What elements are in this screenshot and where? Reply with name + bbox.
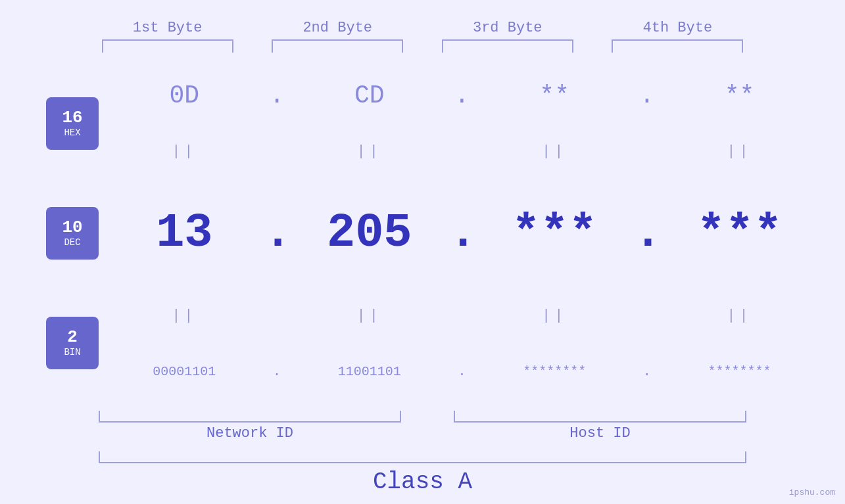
hex-b1-val: 0D (170, 81, 200, 110)
hex-dot3: . (634, 81, 660, 110)
bracket-byte1 (102, 39, 233, 53)
ip-section: 0D . CD . ** . ** (112, 56, 812, 411)
dec-badge-label: DEC (64, 237, 80, 248)
dec-b1: 13 (118, 206, 250, 260)
dec-dot1: . (264, 206, 290, 260)
bottom-section: Network ID Host ID Class A (0, 411, 845, 501)
bracket-byte4 (612, 39, 743, 53)
bin-b4: ******** (674, 364, 806, 379)
hex-b4: ** (674, 81, 806, 110)
network-id-label: Network ID (99, 425, 401, 442)
bracket-byte2 (272, 39, 403, 53)
hex-b2: CD (304, 81, 435, 110)
sep-row-2: || || || || (112, 299, 812, 332)
bin-badge-num: 2 (67, 329, 78, 346)
class-label: Class A (373, 469, 472, 495)
top-brackets (0, 39, 845, 53)
hex-badge: 16 HEX (46, 97, 99, 150)
dec-dot2: . (448, 206, 475, 260)
byte2-header: 2nd Byte (272, 20, 403, 36)
dec-b3-val: *** (512, 206, 597, 260)
dec-b1-val: 13 (156, 206, 212, 260)
bin-b1-val: 00001101 (153, 364, 216, 379)
byte-headers: 1st Byte 2nd Byte 3rd Byte 4th Byte (0, 20, 845, 36)
hex-dot2: . (448, 81, 475, 110)
hex-badge-num: 16 (62, 109, 82, 126)
hex-b3-val: ** (539, 81, 569, 110)
byte3-header: 3rd Byte (442, 20, 573, 36)
dec-b4: *** (674, 206, 806, 260)
bottom-brackets (99, 411, 746, 423)
bin-b3: ******** (489, 364, 620, 379)
byte1-header: 1st Byte (102, 20, 233, 36)
dec-badge-num: 10 (62, 219, 82, 236)
badges-column: 16 HEX 10 DEC 2 BIN (33, 56, 112, 398)
hex-badge-label: HEX (64, 127, 80, 138)
byte4-header: 4th Byte (612, 20, 743, 36)
id-labels: Network ID Host ID (99, 425, 746, 442)
bin-b4-val: ******** (708, 364, 771, 379)
bin-row: 00001101 . 11001101 . ******** . (112, 332, 812, 411)
bin-b1: 00001101 (118, 364, 250, 379)
bin-dot2: . (448, 364, 475, 379)
bracket-host (454, 411, 746, 423)
hex-row: 0D . CD . ** . ** (112, 56, 812, 135)
dec-row: 13 . 205 . *** . *** (112, 168, 812, 299)
hex-dot1: . (264, 81, 290, 110)
hex-b2-val: CD (354, 81, 385, 110)
dec-b4-val: *** (697, 206, 783, 260)
bin-dot1: . (264, 364, 290, 379)
bin-b3-val: ******** (523, 364, 586, 379)
watermark: ipshu.com (789, 488, 835, 497)
dec-b3: *** (489, 206, 620, 260)
main-container: 1st Byte 2nd Byte 3rd Byte 4th Byte 16 H… (0, 0, 845, 504)
dec-dot3: . (634, 206, 660, 260)
dec-badge: 10 DEC (46, 207, 99, 260)
hex-b4-val: ** (725, 81, 755, 110)
bracket-network (99, 411, 401, 423)
bin-b2-val: 11001101 (338, 364, 401, 379)
bin-dot3: . (634, 364, 660, 379)
bin-b2: 11001101 (304, 364, 435, 379)
bin-badge-label: BIN (64, 347, 80, 357)
host-id-label: Host ID (454, 425, 746, 442)
content-area: 16 HEX 10 DEC 2 BIN 0D . (0, 56, 845, 411)
dec-b2: 205 (304, 206, 435, 260)
hex-b1: 0D (118, 81, 250, 110)
sep-row-1: || || || || (112, 135, 812, 168)
bin-badge: 2 BIN (46, 317, 99, 369)
hex-b3: ** (489, 81, 620, 110)
full-bracket (99, 451, 746, 463)
bracket-byte3 (442, 39, 573, 53)
dec-b2-val: 205 (327, 206, 412, 260)
